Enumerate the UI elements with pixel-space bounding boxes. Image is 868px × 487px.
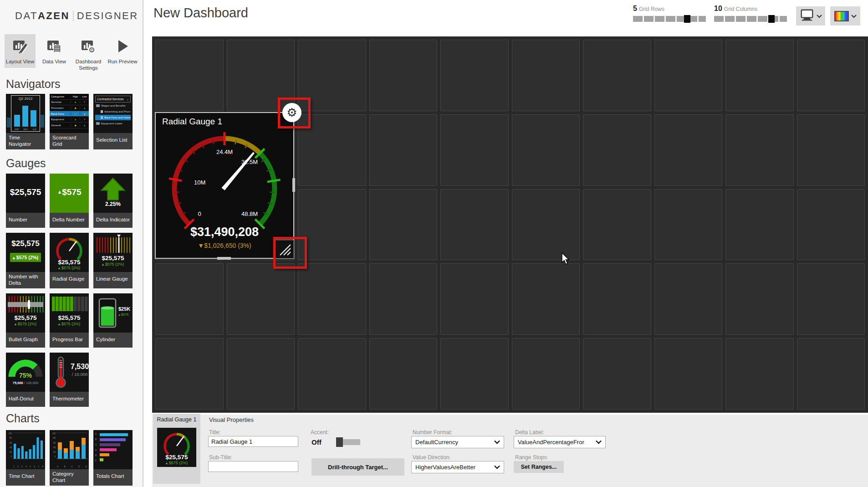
grid-cell[interactable] [725, 40, 794, 111]
grid-cell[interactable] [155, 40, 224, 111]
widget-delta: ▼$1,026,650 (3%) [156, 242, 293, 249]
grid-rows-slider[interactable] [633, 16, 706, 22]
layout-view-button[interactable]: Layout View [5, 34, 36, 68]
run-preview-button[interactable]: Run Preview [107, 34, 138, 68]
grid-cell[interactable] [155, 263, 224, 335]
grid-cell[interactable] [512, 114, 580, 186]
palette-tile-totals-chart[interactable]: ABCDEF Totals Chart [93, 430, 133, 486]
value-direction-dropdown[interactable]: HigherValuesAreBetter [411, 461, 504, 473]
grid-cell[interactable] [654, 338, 723, 410]
palette-tile-bullet-graph[interactable]: $25,575 ▴ $575 (2%) Bullet Graph [6, 293, 45, 348]
palette-tile-number[interactable]: $25,575 Number [6, 174, 45, 228]
palette-tile-selection-list[interactable]: Contracted Services⌄ Wages and Benefits … [93, 94, 133, 149]
grid-cell[interactable] [369, 114, 438, 186]
grid-cell[interactable] [369, 263, 438, 335]
palette-tile-delta-indicator[interactable]: 2.25% Delta Indicator [93, 174, 133, 228]
tab-radial-gauge-1[interactable]: Radial Gauge 1 $25,575 ▴ $575 (2%) [153, 414, 200, 484]
grid-cell[interactable] [440, 338, 509, 410]
grid-cell[interactable] [440, 40, 509, 111]
grid-columns-slider-handle[interactable] [768, 15, 775, 23]
grid-cell[interactable] [583, 263, 651, 335]
grid-cell[interactable] [440, 114, 509, 186]
title-input[interactable] [208, 436, 298, 447]
grid-cell[interactable] [654, 189, 723, 261]
target-device-dropdown[interactable] [796, 6, 825, 26]
grid-cell[interactable] [654, 114, 723, 186]
grid-cell[interactable] [797, 263, 865, 335]
grid-cell[interactable] [583, 189, 651, 261]
grid-cell[interactable] [155, 338, 224, 410]
grid-cell[interactable] [369, 338, 438, 410]
grid-cell[interactable] [725, 189, 794, 261]
grid-cell[interactable] [227, 338, 295, 410]
range-stops-label: Range Stops: [515, 454, 548, 461]
mini-radial-gauge [50, 234, 89, 260]
grid-cell[interactable] [298, 263, 366, 335]
svg-text:75%: 75% [19, 372, 32, 379]
grid-cell[interactable] [583, 114, 651, 186]
grid-cell[interactable] [725, 338, 794, 410]
toggle-handle[interactable] [336, 437, 343, 447]
grid-cell[interactable] [298, 338, 366, 410]
grid-rows-slider-handle[interactable] [684, 15, 690, 23]
grid-cell[interactable] [369, 40, 438, 111]
subtitle-input[interactable] [208, 461, 298, 472]
widget-settings-gear-button[interactable]: ⚙ [282, 103, 301, 122]
grid-cell[interactable] [725, 263, 794, 335]
grid-cell[interactable] [369, 189, 438, 261]
tn-side-bar [7, 118, 10, 128]
accent-toggle[interactable] [336, 437, 360, 447]
delta-label-dropdown[interactable]: ValueAndPercentageFror [514, 436, 606, 448]
resize-handle-right[interactable] [292, 178, 295, 192]
grid-cell[interactable] [298, 189, 366, 261]
grid-columns-label: Grid Columns [724, 6, 757, 12]
grid-cell[interactable] [512, 40, 580, 111]
tile-label: Selection List [93, 133, 133, 148]
color-theme-dropdown[interactable] [830, 6, 860, 26]
palette-tile-scorecard-grid[interactable]: CategoriesHighLow Services▲▼ Promotion◆▲… [50, 94, 89, 149]
palette-tile-linear-gauge[interactable]: $25,575 ▴ $575 (2%) Linear Gauge [93, 233, 133, 288]
charts-section-header: Charts [6, 412, 144, 425]
palette-tile-time-navigator[interactable]: Q2 2012 APRMAYJUN Time Navigator [6, 94, 45, 149]
dashboard-canvas[interactable]: Radial Gauge 1 0 10M 24.4M 32.5M 48.8M $… [152, 36, 868, 413]
grid-cell[interactable] [583, 338, 651, 410]
properties-panel: Radial Gauge 1 $25,575 ▴ $575 (2%) Visua… [152, 415, 868, 487]
dashboard-settings-button[interactable]: ⚙ Dashboard Settings [73, 34, 104, 68]
palette-tile-progress-bar[interactable]: $25,575 ▴ $575 (2%) Progress Bar [50, 293, 89, 348]
grid-cell[interactable] [512, 189, 580, 261]
grid-columns-slider[interactable] [714, 16, 787, 22]
grid-cell[interactable] [440, 263, 509, 335]
tile-label: Scorecard Grid [50, 133, 89, 149]
sidebar-scrollbar[interactable] [143, 0, 143, 487]
grid-cell[interactable] [512, 263, 580, 335]
palette-tile-time-chart[interactable]: 100806040200 12345678 Time Chart [6, 430, 45, 486]
grid-cell[interactable] [512, 338, 580, 410]
navigators-section-header: Navigators [6, 77, 144, 90]
palette-tile-delta-number[interactable]: ▲$575 Delta Number [50, 174, 89, 228]
grid-cell[interactable] [725, 114, 794, 186]
mini-half-donut: 75% [6, 354, 45, 381]
data-view-button[interactable]: Data View [39, 34, 70, 68]
palette-tile-cylinder[interactable]: $25K ▴ $575 Cylinder [93, 293, 133, 348]
svg-text:⚙: ⚙ [88, 46, 95, 54]
grid-cell[interactable] [227, 263, 295, 335]
palette-tile-radial-gauge[interactable]: $25,575 ▴ $575 (2%) Radial Gauge [50, 233, 89, 288]
number-format-dropdown[interactable]: DefaultCurrency [411, 436, 504, 448]
set-ranges-button[interactable]: Set Ranges... [514, 461, 564, 473]
palette-tile-number-with-delta[interactable]: $25,575 ▴ $575 (2%) Number with Delta [6, 233, 45, 288]
palette-tile-thermometer[interactable]: 7,530 / 10,000 Thermometer [50, 353, 89, 407]
grid-cell[interactable] [797, 189, 865, 261]
grid-cell[interactable] [797, 338, 865, 410]
palette-tile-half-donut[interactable]: 75% 75,000 / 100,000 Half-Donut [6, 353, 45, 407]
grid-cell[interactable] [654, 40, 723, 111]
grid-cell[interactable] [797, 40, 865, 111]
drill-through-target-button[interactable]: Drill-through Target... [311, 458, 404, 476]
resize-handle-bottom[interactable] [217, 257, 231, 260]
palette-tile-category-chart[interactable]: 100806040200 ABCDE Category Chart [50, 430, 89, 486]
gear-icon: ⚙ [286, 107, 297, 118]
grid-cell[interactable] [654, 263, 723, 335]
grid-cell[interactable] [583, 40, 651, 111]
grid-cell[interactable] [440, 189, 509, 261]
tn-side-bar [41, 115, 44, 128]
grid-cell[interactable] [797, 114, 865, 186]
